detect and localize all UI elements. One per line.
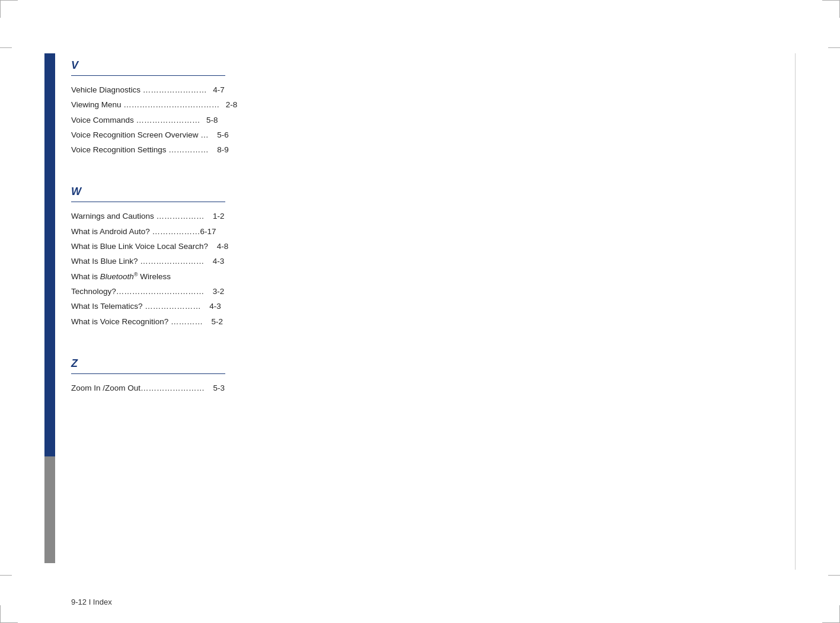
entry-viewing-menu: Viewing Menu ……………………………… 2-8	[71, 99, 769, 111]
tick-left-top	[0, 47, 12, 48]
entry-vehicle-diagnostics: Vehicle Diagnostics …………………… 4-7	[71, 84, 769, 96]
sidebar-blue	[44, 53, 55, 456]
sidebar-gray	[44, 456, 55, 563]
entry-android-auto: What is Android Auto? ………………6-17	[71, 226, 769, 238]
entry-zoom: Zoom In /Zoom Out…………………… 5-3	[71, 382, 769, 394]
tick-right-top	[828, 47, 840, 48]
left-sidebar	[44, 53, 55, 570]
corner-mark-tl	[0, 0, 18, 18]
section-v: V Vehicle Diagnostics …………………… 4-7 Viewi…	[71, 59, 769, 156]
main-content: V Vehicle Diagnostics …………………… 4-7 Viewi…	[71, 59, 769, 587]
corner-mark-br	[822, 605, 840, 623]
right-border	[795, 53, 796, 570]
entry-voice-commands: Voice Commands …………………… 5-8	[71, 114, 769, 126]
section-w: W Warnings and Cautions ……………… 1-2 What …	[71, 186, 769, 328]
bluetooth-italic: Bluetooth®	[100, 272, 138, 281]
tick-right-bottom	[828, 575, 840, 576]
entry-bluetooth-wireless: What is Bluetooth® Wireless	[71, 270, 769, 283]
section-divider-z	[71, 373, 225, 374]
entry-voice-recognition-settings: Voice Recognition Settings …………… 8-9	[71, 144, 769, 156]
entry-telematics: What Is Telematics? ………………… 4-3	[71, 301, 769, 312]
tick-left-bottom	[0, 575, 12, 576]
entry-bluetooth-wireless-2: Technology?…………………………… 3-2	[71, 286, 769, 298]
corner-mark-tr	[822, 0, 840, 18]
section-divider-w	[71, 202, 225, 202]
section-letter-w: W	[71, 186, 769, 198]
footer: 9-12 I Index	[71, 598, 112, 606]
section-letter-v: V	[71, 59, 769, 72]
section-z: Z Zoom In /Zoom Out…………………… 5-3	[71, 357, 769, 394]
section-divider-v	[71, 75, 225, 76]
bluetooth-sup: ®	[134, 271, 138, 277]
section-letter-z: Z	[71, 357, 769, 370]
entry-voice-recognition-screen: Voice Recognition Screen Overview … 5-6	[71, 129, 769, 141]
entry-blue-link: What Is Blue Link? …………………… 4-3	[71, 255, 769, 267]
entry-warnings: Warnings and Cautions ……………… 1-2	[71, 210, 769, 222]
entry-blue-link-voice: What is Blue Link Voice Local Search? 4-…	[71, 241, 769, 253]
footer-text: 9-12 I Index	[71, 598, 112, 606]
corner-mark-bl	[0, 605, 18, 623]
entry-voice-recognition-what: What is Voice Recognition? ………… 5-2	[71, 316, 769, 328]
